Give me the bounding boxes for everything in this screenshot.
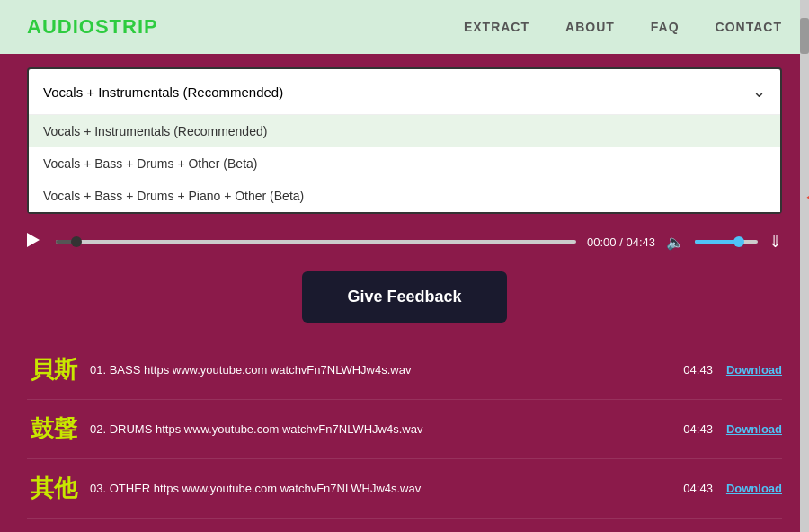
track-row: 鋼琴 04. PIANO https www.youtube.com watch… xyxy=(27,519,782,532)
time-display: 00:00 / 04:43 xyxy=(587,235,655,249)
nav-extract[interactable]: EXTRACT xyxy=(464,20,529,34)
dropdown-options: Vocals + Instrumentals (Recommended) Voc… xyxy=(29,115,780,212)
dropdown-option-0[interactable]: Vocals + Instrumentals (Recommended) xyxy=(29,115,780,147)
dropdown-option-2-label: Vocals + Bass + Drums + Piano + Other (B… xyxy=(43,189,304,203)
volume-icon: 🔈 xyxy=(666,234,684,251)
track-name-2: OTHER https www.youtube.com watchvFn7NLW… xyxy=(110,482,422,495)
track-chinese-0: 貝斯 xyxy=(27,354,81,386)
feedback-section: Give Feedback xyxy=(27,271,782,323)
scrollbar[interactable] xyxy=(800,0,809,532)
logo: AUDIOSTRIP xyxy=(27,15,158,39)
track-duration-2: 04:43 xyxy=(683,482,713,495)
track-download-1[interactable]: Download xyxy=(726,422,782,436)
track-chinese-2: 其他 xyxy=(27,473,81,504)
volume-thumb xyxy=(733,236,744,247)
download-icon[interactable]: ⇓ xyxy=(769,232,782,252)
play-icon xyxy=(27,233,40,247)
track-name-1: DRUMS https www.youtube.com watchvFn7NLW… xyxy=(110,422,423,436)
audio-player: 00:00 / 04:43 🔈 ⇓ xyxy=(27,221,782,262)
dropdown-selected[interactable]: Vocals + Instrumentals (Recommended) ⌄ xyxy=(29,69,780,115)
track-row: 鼓聲 02. DRUMS https www.youtube.com watch… xyxy=(27,400,782,459)
dropdown-selected-label: Vocals + Instrumentals (Recommended) xyxy=(43,84,283,100)
dropdown-option-2[interactable]: Vocals + Bass + Drums + Piano + Other (B… xyxy=(29,180,780,212)
track-info-0: 01. BASS https www.youtube.com watchvFn7… xyxy=(90,363,683,377)
volume-fill xyxy=(695,240,739,244)
play-button[interactable] xyxy=(27,233,45,251)
nav-about[interactable]: ABOUT xyxy=(565,20,615,34)
nav: EXTRACT ABOUT FAQ CONTACT xyxy=(464,20,782,34)
separation-mode-dropdown[interactable]: Vocals + Instrumentals (Recommended) ⌄ V… xyxy=(27,67,782,214)
track-row: 其他 03. OTHER https www.youtube.com watch… xyxy=(27,459,782,519)
volume-bar[interactable] xyxy=(695,240,758,244)
header: AUDIOSTRIP EXTRACT ABOUT FAQ CONTACT xyxy=(0,0,809,54)
dropdown-option-1[interactable]: Vocals + Bass + Drums + Other (Beta) xyxy=(29,147,780,180)
total-time: 04:43 xyxy=(626,235,655,249)
track-number-2: 03. xyxy=(90,482,106,495)
track-info-2: 03. OTHER https www.youtube.com watchvFn… xyxy=(90,482,683,495)
track-number-1: 02. xyxy=(90,422,106,436)
nav-contact[interactable]: CONTACT xyxy=(716,20,782,34)
track-download-2[interactable]: Download xyxy=(726,482,782,495)
track-duration-1: 04:43 xyxy=(683,422,713,436)
nav-faq[interactable]: FAQ xyxy=(651,20,680,34)
chevron-down-icon: ⌄ xyxy=(752,82,766,102)
give-feedback-button[interactable]: Give Feedback xyxy=(302,271,506,323)
track-download-0[interactable]: Download xyxy=(726,363,782,377)
scrollbar-thumb[interactable] xyxy=(800,18,809,54)
current-time: 00:00 xyxy=(587,235,617,249)
track-number-0: 01. xyxy=(90,363,106,377)
progress-thumb xyxy=(71,236,82,247)
track-list: 貝斯 01. BASS https www.youtube.com watchv… xyxy=(27,341,782,532)
track-name-0: BASS https www.youtube.com watchvFn7NLWH… xyxy=(110,363,412,377)
track-row: 貝斯 01. BASS https www.youtube.com watchv… xyxy=(27,341,782,400)
track-chinese-1: 鼓聲 xyxy=(27,413,81,445)
progress-bar[interactable] xyxy=(56,240,576,244)
main-content: Vocals + Instrumentals (Recommended) ⌄ V… xyxy=(0,54,809,532)
track-info-1: 02. DRUMS https www.youtube.com watchvFn… xyxy=(90,422,683,436)
track-duration-0: 04:43 xyxy=(683,363,713,377)
progress-fill xyxy=(56,240,76,244)
